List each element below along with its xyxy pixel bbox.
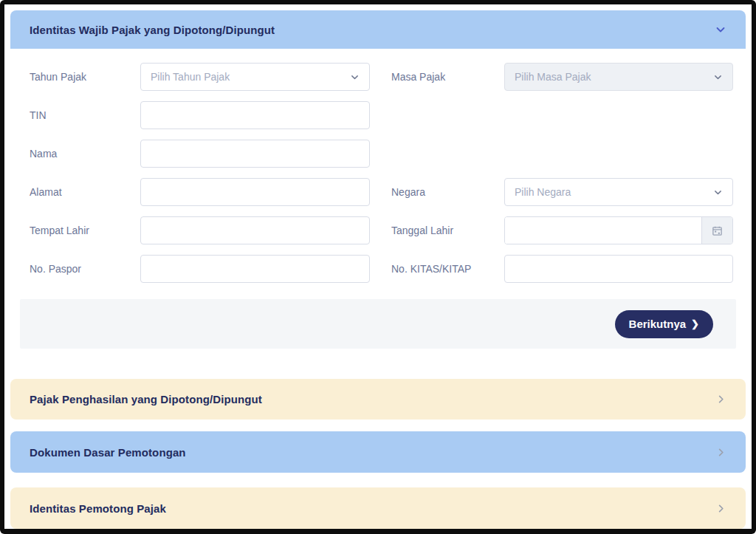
select-placeholder: Pilih Tahun Pajak xyxy=(151,71,230,83)
field-label-nama: Nama xyxy=(30,148,140,160)
negara-select[interactable]: Pilih Negara xyxy=(504,178,733,206)
form-row: Tahun Pajak Pilih Tahun Pajak Masa Pajak… xyxy=(30,63,733,91)
field-label-tanggal-lahir: Tanggal Lahir xyxy=(391,225,504,236)
field-control xyxy=(504,216,733,244)
field-control: Pilih Masa Pajak xyxy=(504,63,733,91)
form-row: Alamat Negara Pilih Negara xyxy=(30,178,733,206)
accordion-section-identitas-wajib-pajak: Identitas Wajib Pajak yang Dipotong/Dipu… xyxy=(10,10,746,362)
chevron-right-icon[interactable] xyxy=(715,503,726,514)
form-footer: Berikutnya ❯ xyxy=(20,299,736,349)
taxpayer-identity-form: Tahun Pajak Pilih Tahun Pajak Masa Pajak… xyxy=(10,63,746,283)
chevron-down-icon xyxy=(713,72,723,82)
form-row: TIN xyxy=(30,101,733,129)
section-title: Identitas Pemotong Pajak xyxy=(30,502,166,515)
field-label-no-paspor: No. Paspor xyxy=(30,263,140,275)
form-row: Nama xyxy=(30,140,733,168)
select-placeholder: Pilih Masa Pajak xyxy=(515,71,591,83)
field-control xyxy=(140,216,370,244)
form-row: No. Paspor No. KITAS/KITAP xyxy=(30,255,733,283)
tempat-lahir-input[interactable] xyxy=(140,216,370,244)
field-control: Pilih Negara xyxy=(504,178,733,206)
field-control xyxy=(504,255,733,283)
field-label-alamat: Alamat xyxy=(30,186,140,198)
section-title: Pajak Penghasilan yang Dipotong/Dipungut xyxy=(30,393,262,405)
accordion-header-dokumen-dasar[interactable]: Dokumen Dasar Pemotongan xyxy=(10,431,746,473)
chevron-right-icon: ❯ xyxy=(691,319,699,329)
tanggal-lahir-input[interactable] xyxy=(505,217,701,244)
tin-input[interactable] xyxy=(140,101,370,129)
select-placeholder: Pilih Negara xyxy=(515,186,571,198)
field-control xyxy=(140,255,370,283)
chevron-down-icon[interactable] xyxy=(715,24,726,35)
chevron-right-icon[interactable] xyxy=(715,447,726,458)
field-control xyxy=(140,178,370,206)
field-control xyxy=(140,101,370,129)
field-label-no-kitas-kitap: No. KITAS/KITAP xyxy=(391,263,504,275)
section-body: Tahun Pajak Pilih Tahun Pajak Masa Pajak… xyxy=(10,49,746,362)
section-title: Dokumen Dasar Pemotongan xyxy=(30,446,186,459)
nama-input[interactable] xyxy=(140,140,370,168)
field-control xyxy=(140,140,370,168)
field-control: Pilih Tahun Pajak xyxy=(140,63,370,91)
field-label-tin: TIN xyxy=(30,109,140,121)
alamat-input[interactable] xyxy=(140,178,370,206)
tahun-pajak-select[interactable]: Pilih Tahun Pajak xyxy=(140,63,370,91)
chevron-down-icon xyxy=(713,188,723,197)
field-label-tahun-pajak: Tahun Pajak xyxy=(30,71,140,83)
no-paspor-input[interactable] xyxy=(140,255,370,283)
field-label-masa-pajak: Masa Pajak xyxy=(391,71,504,83)
section-title: Identitas Wajib Pajak yang Dipotong/Dipu… xyxy=(30,24,275,36)
tanggal-lahir-date-field xyxy=(504,216,733,244)
accordion-header-identitas-pemotong[interactable]: Identitas Pemotong Pajak xyxy=(10,487,746,529)
form-row: Tempat Lahir Tanggal Lahir xyxy=(30,216,733,244)
next-button-label: Berikutnya xyxy=(629,318,687,330)
field-label-negara: Negara xyxy=(391,186,504,198)
chevron-right-icon[interactable] xyxy=(715,394,726,405)
page: Identitas Wajib Pajak yang Dipotong/Dipu… xyxy=(4,4,752,529)
accordion-header-pajak-penghasilan[interactable]: Pajak Penghasilan yang Dipotong/Dipungut xyxy=(10,379,746,420)
calendar-icon[interactable] xyxy=(701,217,732,244)
no-kitas-kitap-input[interactable] xyxy=(504,255,733,283)
chevron-down-icon xyxy=(350,72,360,82)
next-button[interactable]: Berikutnya ❯ xyxy=(615,310,713,338)
accordion-header-identitas-wajib-pajak[interactable]: Identitas Wajib Pajak yang Dipotong/Dipu… xyxy=(10,10,746,49)
field-label-tempat-lahir: Tempat Lahir xyxy=(30,225,140,236)
screenshot-frame: Identitas Wajib Pajak yang Dipotong/Dipu… xyxy=(0,0,756,534)
masa-pajak-select[interactable]: Pilih Masa Pajak xyxy=(504,63,733,91)
